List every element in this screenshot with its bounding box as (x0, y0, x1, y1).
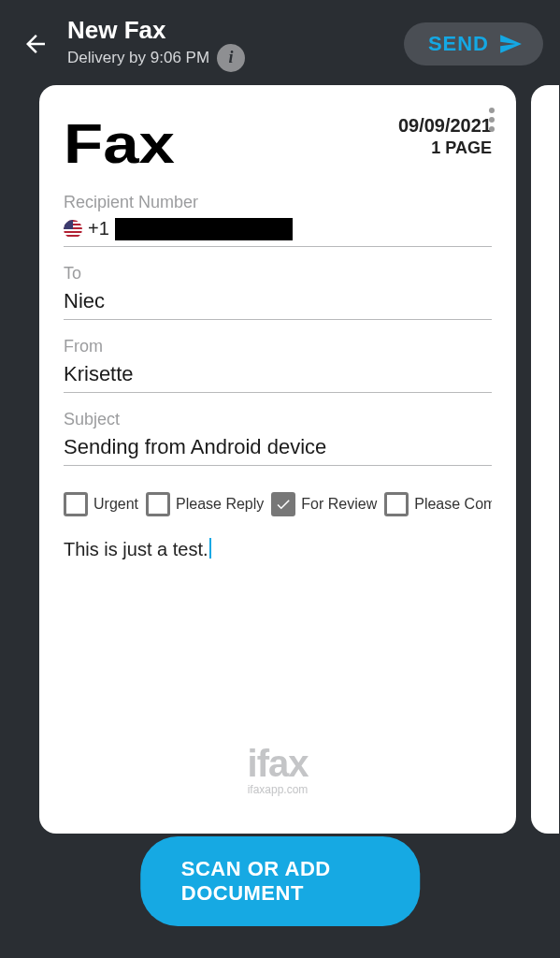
ifax-url: ifaxapp.com (64, 783, 492, 796)
page-title: New Fax (67, 17, 391, 44)
send-button-label: SEND (428, 32, 489, 56)
priority-checks: Urgent Please Reply For Review Please Co… (64, 492, 492, 516)
from-value: Krisette (64, 362, 492, 393)
scan-button-label: SCAN OR ADD DOCUMENT (181, 857, 331, 905)
send-button[interactable]: SEND (404, 22, 543, 65)
scan-or-add-document-button[interactable]: SCAN OR ADD DOCUMENT (140, 836, 421, 926)
to-label: To (64, 264, 492, 283)
check-label: Please Reply (176, 496, 264, 513)
check-please-reply[interactable]: Please Reply (146, 492, 264, 516)
fax-cover-card: Fax 09/09/2021 1 PAGE Recipient Number +… (39, 85, 516, 834)
checkbox-icon (146, 492, 170, 516)
check-label: Please Com... (414, 496, 492, 513)
from-label: From (64, 337, 492, 356)
ifax-logo: ifax (64, 743, 492, 785)
subject-label: Subject (64, 410, 492, 429)
text-cursor (209, 538, 211, 559)
recipient-number-field[interactable]: Recipient Number +1 (64, 193, 492, 247)
to-field[interactable]: To Niec (64, 264, 492, 320)
checkbox-icon (64, 492, 88, 516)
subject-field[interactable]: Subject Sending from Android device (64, 410, 492, 466)
next-card-peek[interactable] (531, 85, 559, 834)
back-button[interactable] (17, 25, 54, 63)
message-body[interactable]: This is just a test. (64, 535, 492, 560)
check-urgent[interactable]: Urgent (64, 492, 138, 516)
app-header: New Fax Delivery by 9:06 PM i SEND (0, 0, 560, 85)
card-footer-brand: ifax ifaxapp.com (64, 743, 492, 834)
check-for-review[interactable]: For Review (271, 492, 377, 516)
to-value: Niec (64, 289, 492, 320)
card-meta: 09/09/2021 1 PAGE (398, 115, 492, 158)
card-scroll-area: Fax 09/09/2021 1 PAGE Recipient Number +… (0, 85, 560, 958)
check-label: Urgent (93, 496, 138, 513)
check-label: For Review (301, 496, 377, 513)
header-titles: New Fax Delivery by 9:06 PM i (67, 17, 391, 72)
more-options-button[interactable] (481, 104, 503, 136)
fax-page-count: 1 PAGE (398, 138, 492, 158)
subject-value: Sending from Android device (64, 435, 492, 466)
checkbox-icon (384, 492, 409, 516)
dial-code: +1 (88, 218, 109, 240)
send-icon (498, 32, 523, 56)
fax-date: 09/09/2021 (398, 115, 492, 137)
info-icon[interactable]: i (217, 44, 245, 72)
from-field[interactable]: From Krisette (64, 337, 492, 393)
checkbox-checked-icon (271, 492, 295, 516)
check-please-comment[interactable]: Please Com... (384, 492, 492, 516)
recipient-number-redacted (115, 218, 293, 240)
us-flag-icon (64, 220, 82, 239)
delivery-time: Delivery by 9:06 PM (67, 49, 209, 67)
arrow-left-icon (22, 30, 50, 58)
fax-title: Fax (64, 111, 175, 176)
recipient-number-label: Recipient Number (64, 193, 492, 212)
message-text: This is just a test. (64, 539, 208, 560)
